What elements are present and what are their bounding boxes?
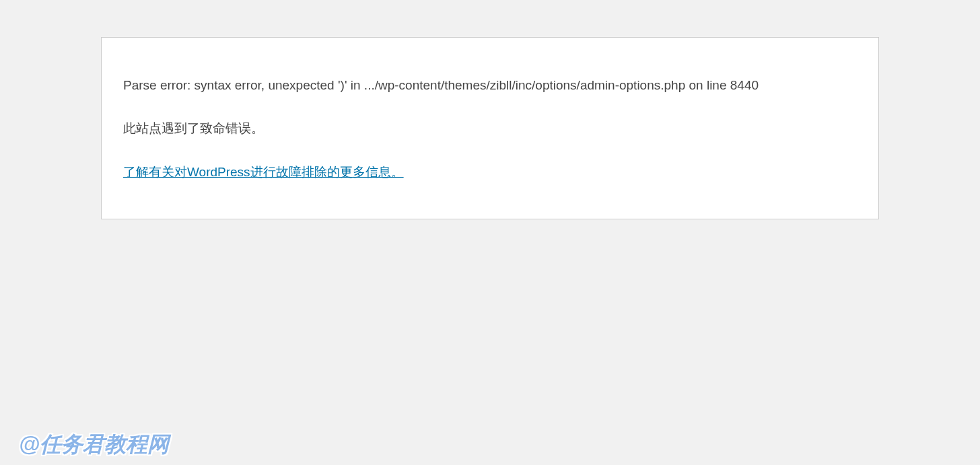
watermark-text: @任务君教程网	[19, 430, 169, 460]
parse-error-message: Parse error: syntax error, unexpected ')…	[123, 75, 857, 96]
fatal-error-message: 此站点遇到了致命错误。	[123, 118, 857, 139]
error-container: Parse error: syntax error, unexpected ')…	[101, 37, 879, 219]
wordpress-troubleshoot-link[interactable]: 了解有关对WordPress进行故障排除的更多信息。	[123, 165, 404, 179]
